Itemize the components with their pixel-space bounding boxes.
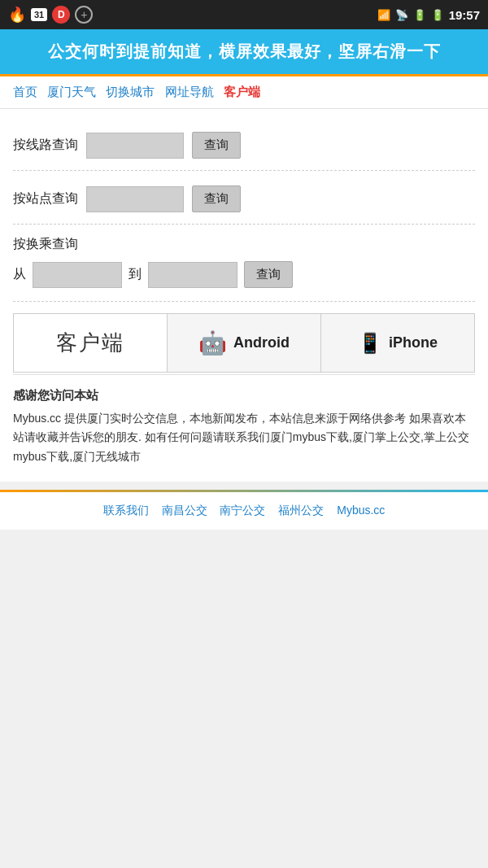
- client-calligraphy-text: 客户端: [56, 329, 124, 357]
- main-content: 按线路查询 查询 按站点查询 查询 按换乘查询 从 到 查询 客户端 🤖: [0, 109, 488, 482]
- clock-time: 19:57: [449, 8, 480, 22]
- header-banner: 公交何时到提前知道，横屏效果最好，坚屏右滑一下: [0, 29, 488, 74]
- iphone-icon: 📱: [358, 332, 382, 355]
- flame-icon: 🔥: [8, 6, 26, 24]
- transfer-query-button[interactable]: 查询: [244, 261, 293, 288]
- description-body: Mybus.cc 提供厦门实时公交信息，本地新闻发布，本站信息来源于网络供参考 …: [13, 409, 475, 467]
- battery-icon: 🔋: [431, 9, 444, 21]
- transfer-query-section: 按换乘查询 从 到 查询: [13, 225, 475, 302]
- battery-charging-icon: 🔋: [413, 9, 426, 21]
- iphone-label: iPhone: [389, 334, 438, 351]
- transfer-to-label: 到: [129, 266, 142, 283]
- d-icon: D: [52, 6, 70, 24]
- nav-bar: 首页 厦门天气 切换城市 网址导航 客户端: [0, 76, 488, 109]
- signal-bars-icon: 📶: [377, 9, 390, 21]
- plus-icon: +: [75, 6, 93, 24]
- notif-count-badge: 31: [31, 8, 47, 21]
- footer-link-fuzhou[interactable]: 福州公交: [278, 504, 324, 517]
- query-by-stop-section: 按站点查询 查询: [13, 171, 475, 225]
- query-by-route-row: 按线路查询 查询: [13, 132, 475, 159]
- app-iphone-button[interactable]: 📱 iPhone: [321, 314, 474, 372]
- transfer-query-row: 从 到 查询: [13, 261, 475, 288]
- status-bar: 🔥 31 D + 📶 📡 🔋 🔋 19:57: [0, 0, 488, 29]
- nav-item-url-guide[interactable]: 网址导航: [165, 85, 214, 98]
- status-left-icons: 🔥 31 D +: [8, 6, 93, 24]
- footer-link-nanning[interactable]: 南宁公交: [220, 504, 265, 517]
- query-by-route-section: 按线路查询 查询: [13, 117, 475, 171]
- query-by-stop-button[interactable]: 查询: [192, 185, 241, 212]
- nav-item-switch-city[interactable]: 切换城市: [106, 85, 155, 98]
- nav-item-home[interactable]: 首页: [13, 85, 37, 98]
- query-by-route-label: 按线路查询: [13, 137, 78, 154]
- description-section: 感谢您访问本站 Mybus.cc 提供厦门实时公交信息，本地新闻发布，本站信息来…: [13, 374, 475, 473]
- nav-item-client[interactable]: 客户端: [224, 85, 260, 98]
- header-banner-text: 公交何时到提前知道，横屏效果最好，坚屏右滑一下: [48, 42, 441, 60]
- android-label: Android: [233, 334, 290, 351]
- app-android-button[interactable]: 🤖 Android: [168, 314, 321, 372]
- transfer-from-input[interactable]: [33, 262, 122, 288]
- nav-item-weather[interactable]: 厦门天气: [47, 85, 96, 98]
- query-by-stop-row: 按站点查询 查询: [13, 185, 475, 212]
- description-title: 感谢您访问本站: [13, 385, 475, 406]
- query-by-stop-input[interactable]: [86, 186, 184, 212]
- transfer-query-title: 按换乘查询: [13, 236, 475, 253]
- app-client-button[interactable]: 客户端: [14, 314, 168, 372]
- query-by-stop-label: 按站点查询: [13, 190, 78, 207]
- footer-link-mybus[interactable]: Mybus.cc: [337, 504, 385, 517]
- footer-link-nanchang[interactable]: 南昌公交: [162, 504, 207, 517]
- status-right-icons: 📶 📡 🔋 🔋 19:57: [377, 8, 480, 22]
- wifi-icon: 📡: [395, 9, 408, 21]
- transfer-from-label: 从: [13, 266, 26, 283]
- query-by-route-button[interactable]: 查询: [192, 132, 241, 159]
- transfer-to-input[interactable]: [148, 262, 237, 288]
- app-download-section: 客户端 🤖 Android 📱 iPhone: [13, 313, 475, 373]
- android-icon: 🤖: [198, 329, 227, 356]
- footer-link-contact[interactable]: 联系我们: [103, 504, 149, 517]
- footer: 联系我们 南昌公交 南宁公交 福州公交 Mybus.cc: [0, 492, 488, 530]
- query-by-route-input[interactable]: [86, 133, 184, 159]
